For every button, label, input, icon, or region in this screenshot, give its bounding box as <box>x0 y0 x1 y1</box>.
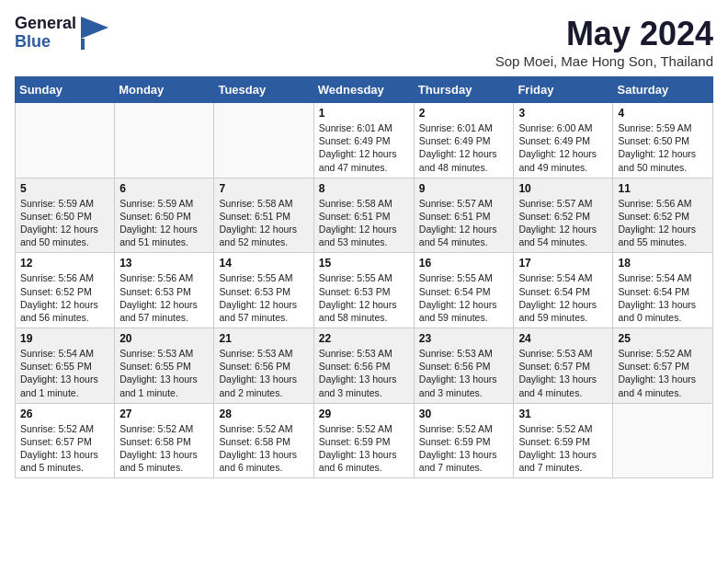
day-number: 3 <box>518 107 608 120</box>
day-number: 8 <box>319 182 409 195</box>
day-number: 28 <box>219 408 308 420</box>
day-info: Sunrise: 5:58 AM Sunset: 6:51 PM Dayligh… <box>319 197 409 249</box>
day-number: 20 <box>119 332 209 345</box>
day-number: 24 <box>518 332 608 345</box>
col-header-saturday: Saturday <box>613 77 713 103</box>
day-info: Sunrise: 5:59 AM Sunset: 6:50 PM Dayligh… <box>20 197 109 249</box>
logo-icon <box>81 17 108 50</box>
calendar-week-row: 19Sunrise: 5:54 AM Sunset: 6:55 PM Dayli… <box>16 328 713 404</box>
day-info: Sunrise: 6:01 AM Sunset: 6:49 PM Dayligh… <box>319 121 409 174</box>
day-info: Sunrise: 5:53 AM Sunset: 6:57 PM Dayligh… <box>518 347 608 399</box>
calendar-cell: 19Sunrise: 5:54 AM Sunset: 6:55 PM Dayli… <box>16 328 115 404</box>
calendar-header-row: SundayMondayTuesdayWednesdayThursdayFrid… <box>16 77 713 103</box>
calendar-cell: 27Sunrise: 5:52 AM Sunset: 6:58 PM Dayli… <box>115 403 214 478</box>
col-header-thursday: Thursday <box>414 77 514 103</box>
svg-marker-0 <box>81 17 108 39</box>
calendar-cell: 14Sunrise: 5:55 AM Sunset: 6:53 PM Dayli… <box>214 253 313 328</box>
day-number: 23 <box>419 332 509 345</box>
calendar-cell: 12Sunrise: 5:56 AM Sunset: 6:52 PM Dayli… <box>16 253 115 328</box>
day-number: 30 <box>419 408 509 420</box>
calendar-cell: 10Sunrise: 5:57 AM Sunset: 6:52 PM Dayli… <box>514 178 613 253</box>
day-info: Sunrise: 5:52 AM Sunset: 6:58 PM Dayligh… <box>119 422 209 475</box>
title-block: May 2024 Sop Moei, Mae Hong Son, Thailan… <box>495 15 713 69</box>
calendar-cell: 13Sunrise: 5:56 AM Sunset: 6:53 PM Dayli… <box>115 253 214 328</box>
day-number: 1 <box>319 107 409 120</box>
calendar-week-row: 12Sunrise: 5:56 AM Sunset: 6:52 PM Dayli… <box>16 253 713 328</box>
day-number: 15 <box>319 257 409 270</box>
calendar-cell: 17Sunrise: 5:54 AM Sunset: 6:54 PM Dayli… <box>514 253 613 328</box>
day-info: Sunrise: 5:58 AM Sunset: 6:51 PM Dayligh… <box>219 197 308 249</box>
day-info: Sunrise: 6:00 AM Sunset: 6:49 PM Dayligh… <box>518 121 608 174</box>
day-number: 21 <box>219 332 308 345</box>
col-header-friday: Friday <box>514 77 613 103</box>
calendar-cell: 21Sunrise: 5:53 AM Sunset: 6:56 PM Dayli… <box>214 328 313 404</box>
calendar-cell: 25Sunrise: 5:52 AM Sunset: 6:57 PM Dayli… <box>613 328 713 404</box>
day-number: 10 <box>518 182 608 195</box>
day-info: Sunrise: 5:59 AM Sunset: 6:50 PM Dayligh… <box>618 121 708 174</box>
day-info: Sunrise: 5:57 AM Sunset: 6:52 PM Dayligh… <box>518 197 608 249</box>
calendar-cell <box>214 103 313 178</box>
calendar-cell: 30Sunrise: 5:52 AM Sunset: 6:59 PM Dayli… <box>414 403 514 478</box>
logo-general: General <box>15 15 76 33</box>
day-number: 14 <box>219 257 308 270</box>
day-number: 12 <box>20 257 109 270</box>
month-year-title: May 2024 <box>495 15 713 53</box>
col-header-sunday: Sunday <box>16 77 115 103</box>
calendar-week-row: 1Sunrise: 6:01 AM Sunset: 6:49 PM Daylig… <box>16 103 713 178</box>
svg-rect-1 <box>81 39 85 50</box>
calendar-cell: 9Sunrise: 5:57 AM Sunset: 6:51 PM Daylig… <box>414 178 514 253</box>
logo-blue: Blue <box>15 33 76 52</box>
day-info: Sunrise: 5:55 AM Sunset: 6:53 PM Dayligh… <box>219 271 308 324</box>
day-number: 16 <box>419 257 509 270</box>
day-info: Sunrise: 5:59 AM Sunset: 6:50 PM Dayligh… <box>119 197 209 249</box>
calendar-week-row: 5Sunrise: 5:59 AM Sunset: 6:50 PM Daylig… <box>16 178 713 253</box>
day-info: Sunrise: 5:52 AM Sunset: 6:57 PM Dayligh… <box>618 347 708 399</box>
day-number: 6 <box>119 182 209 195</box>
day-number: 13 <box>119 257 209 270</box>
calendar-cell <box>115 103 214 178</box>
day-info: Sunrise: 5:52 AM Sunset: 6:59 PM Dayligh… <box>518 422 608 475</box>
day-number: 29 <box>319 408 409 420</box>
day-info: Sunrise: 5:53 AM Sunset: 6:56 PM Dayligh… <box>419 347 509 399</box>
calendar-cell: 5Sunrise: 5:59 AM Sunset: 6:50 PM Daylig… <box>16 178 115 253</box>
calendar-cell: 4Sunrise: 5:59 AM Sunset: 6:50 PM Daylig… <box>613 103 713 178</box>
col-header-tuesday: Tuesday <box>214 77 313 103</box>
day-info: Sunrise: 5:52 AM Sunset: 6:59 PM Dayligh… <box>419 422 509 475</box>
day-number: 31 <box>518 408 608 420</box>
day-info: Sunrise: 5:52 AM Sunset: 6:59 PM Dayligh… <box>319 422 409 475</box>
day-number: 22 <box>319 332 409 345</box>
calendar-cell: 11Sunrise: 5:56 AM Sunset: 6:52 PM Dayli… <box>613 178 713 253</box>
calendar-cell <box>613 403 713 478</box>
calendar-cell: 2Sunrise: 6:01 AM Sunset: 6:49 PM Daylig… <box>414 103 514 178</box>
day-info: Sunrise: 5:53 AM Sunset: 6:56 PM Dayligh… <box>319 347 409 399</box>
day-number: 19 <box>20 332 109 345</box>
day-number: 25 <box>618 332 708 345</box>
calendar-cell: 28Sunrise: 5:52 AM Sunset: 6:58 PM Dayli… <box>214 403 313 478</box>
calendar-cell <box>16 103 115 178</box>
day-number: 9 <box>419 182 509 195</box>
day-info: Sunrise: 5:55 AM Sunset: 6:53 PM Dayligh… <box>319 271 409 324</box>
calendar-cell: 24Sunrise: 5:53 AM Sunset: 6:57 PM Dayli… <box>514 328 613 404</box>
day-info: Sunrise: 5:53 AM Sunset: 6:56 PM Dayligh… <box>219 347 308 399</box>
calendar-cell: 23Sunrise: 5:53 AM Sunset: 6:56 PM Dayli… <box>414 328 514 404</box>
col-header-wednesday: Wednesday <box>313 77 414 103</box>
day-number: 7 <box>219 182 308 195</box>
calendar-cell: 18Sunrise: 5:54 AM Sunset: 6:54 PM Dayli… <box>613 253 713 328</box>
calendar-cell: 15Sunrise: 5:55 AM Sunset: 6:53 PM Dayli… <box>313 253 414 328</box>
calendar-cell: 8Sunrise: 5:58 AM Sunset: 6:51 PM Daylig… <box>313 178 414 253</box>
day-number: 17 <box>518 257 608 270</box>
calendar-cell: 22Sunrise: 5:53 AM Sunset: 6:56 PM Dayli… <box>313 328 414 404</box>
calendar-cell: 6Sunrise: 5:59 AM Sunset: 6:50 PM Daylig… <box>115 178 214 253</box>
day-info: Sunrise: 5:56 AM Sunset: 6:53 PM Dayligh… <box>119 271 209 324</box>
calendar-cell: 26Sunrise: 5:52 AM Sunset: 6:57 PM Dayli… <box>16 403 115 478</box>
day-number: 27 <box>119 408 209 420</box>
day-number: 5 <box>20 182 109 195</box>
day-number: 11 <box>618 182 708 195</box>
calendar-cell: 7Sunrise: 5:58 AM Sunset: 6:51 PM Daylig… <box>214 178 313 253</box>
day-info: Sunrise: 5:52 AM Sunset: 6:58 PM Dayligh… <box>219 422 308 475</box>
calendar-cell: 29Sunrise: 5:52 AM Sunset: 6:59 PM Dayli… <box>313 403 414 478</box>
day-info: Sunrise: 6:01 AM Sunset: 6:49 PM Dayligh… <box>419 121 509 174</box>
day-info: Sunrise: 5:57 AM Sunset: 6:51 PM Dayligh… <box>419 197 509 249</box>
calendar-table: SundayMondayTuesdayWednesdayThursdayFrid… <box>15 76 713 478</box>
day-number: 2 <box>419 107 509 120</box>
